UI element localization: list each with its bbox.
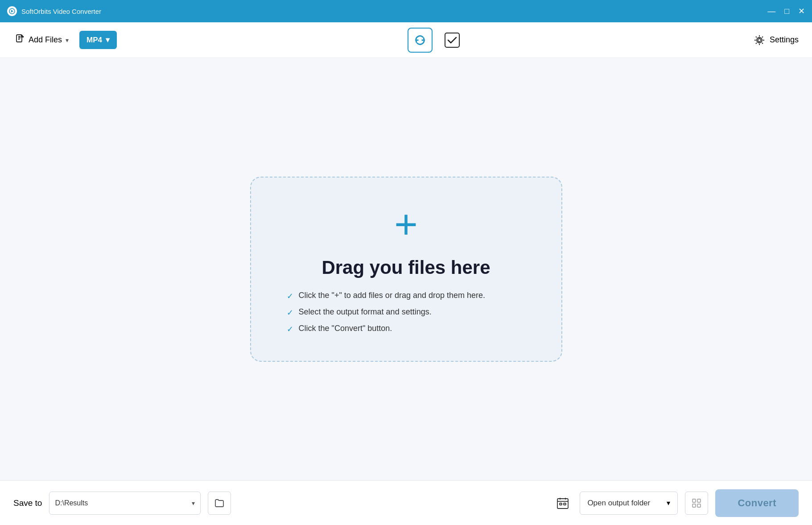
svg-rect-11 bbox=[697, 504, 701, 507]
open-output-chevron-icon: ▾ bbox=[667, 499, 670, 507]
svg-rect-2 bbox=[445, 33, 459, 47]
svg-rect-10 bbox=[692, 504, 696, 507]
instruction-text-1: Click the "+" to add files or drag and d… bbox=[299, 291, 486, 300]
add-files-label: Add Files bbox=[29, 35, 62, 45]
svg-rect-8 bbox=[692, 499, 696, 502]
app-icon bbox=[7, 6, 17, 16]
format-dropdown[interactable]: MP4 ▾ bbox=[79, 31, 117, 49]
toolbar-center bbox=[126, 28, 745, 53]
instruction-text-3: Click the "Convert" button. bbox=[299, 324, 392, 333]
drop-zone[interactable]: + Drag you files here ✓ Click the "+" to… bbox=[250, 177, 562, 362]
svg-rect-6 bbox=[560, 503, 562, 505]
instruction-text-2: Select the output format and settings. bbox=[299, 307, 432, 317]
calendar-icon-button[interactable] bbox=[553, 493, 573, 513]
folder-browse-button[interactable] bbox=[208, 492, 231, 515]
footer: Save to ▾ Open output folder ▾ bbox=[0, 480, 812, 525]
check-icon-1: ✓ bbox=[287, 291, 293, 301]
add-files-chevron-icon: ▾ bbox=[66, 37, 69, 44]
check-icon-2: ✓ bbox=[287, 308, 293, 318]
drop-title: Drag you files here bbox=[322, 257, 490, 278]
path-input-wrapper: ▾ bbox=[49, 492, 201, 515]
check-icon-3: ✓ bbox=[287, 324, 293, 334]
checkmark-button[interactable] bbox=[441, 29, 463, 51]
path-dropdown-arrow-icon[interactable]: ▾ bbox=[192, 500, 195, 507]
svg-rect-7 bbox=[564, 503, 566, 505]
convert-button[interactable]: Convert bbox=[715, 489, 799, 517]
toolbar-right: Settings bbox=[754, 34, 799, 46]
app-title: SoftOrbits Video Converter bbox=[21, 8, 101, 15]
svg-rect-9 bbox=[697, 499, 701, 502]
toolbar: Add Files ▾ MP4 ▾ bbox=[0, 22, 812, 58]
add-files-icon bbox=[15, 34, 25, 46]
open-output-wrapper: Open output folder ▾ bbox=[553, 492, 708, 515]
instruction-item-2: ✓ Select the output format and settings. bbox=[287, 307, 526, 318]
title-bar: SoftOrbits Video Converter — □ ✕ bbox=[0, 0, 812, 22]
drop-instructions: ✓ Click the "+" to add files or drag and… bbox=[287, 291, 526, 334]
instruction-item-3: ✓ Click the "Convert" button. bbox=[287, 324, 526, 334]
open-output-label: Open output folder bbox=[587, 499, 661, 508]
window-controls: — □ ✕ bbox=[767, 7, 805, 15]
main-content: + Drag you files here ✓ Click the "+" to… bbox=[0, 58, 812, 480]
open-output-dropdown[interactable]: Open output folder ▾ bbox=[580, 492, 678, 515]
convert-label: Convert bbox=[738, 497, 776, 508]
minimize-button[interactable]: — bbox=[767, 7, 775, 15]
settings-button[interactable]: Settings bbox=[754, 34, 799, 46]
grid-icon-button[interactable] bbox=[685, 492, 708, 515]
svg-rect-5 bbox=[557, 499, 568, 508]
save-path-input[interactable] bbox=[55, 499, 188, 507]
refresh-button[interactable] bbox=[408, 28, 433, 53]
plus-icon: + bbox=[394, 204, 418, 244]
close-button[interactable]: ✕ bbox=[798, 7, 805, 15]
maximize-button[interactable]: □ bbox=[784, 7, 789, 15]
svg-point-3 bbox=[758, 38, 761, 41]
instruction-item-1: ✓ Click the "+" to add files or drag and… bbox=[287, 291, 526, 301]
format-chevron-icon: ▾ bbox=[106, 35, 110, 45]
format-label: MP4 bbox=[87, 36, 102, 45]
title-bar-left: SoftOrbits Video Converter bbox=[7, 6, 101, 16]
save-to-label: Save to bbox=[13, 498, 42, 508]
settings-label: Settings bbox=[770, 35, 799, 45]
add-files-button[interactable]: Add Files ▾ bbox=[13, 30, 70, 50]
